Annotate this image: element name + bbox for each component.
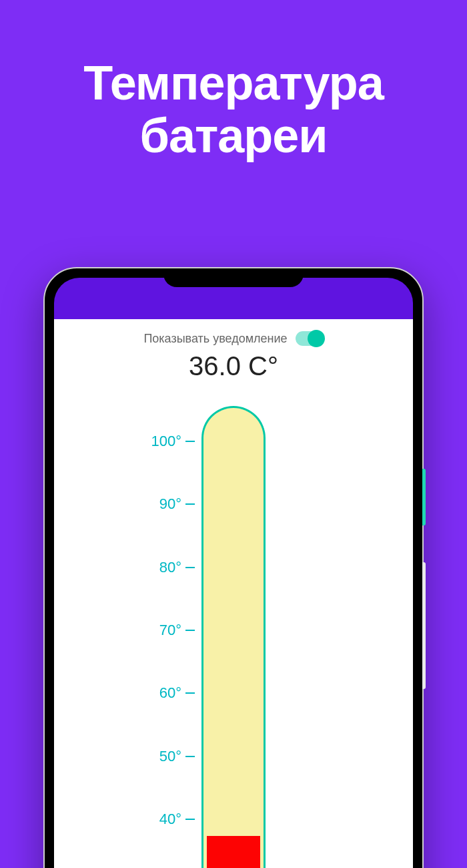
phone-power-button [422,469,426,525]
scale-tick: 40° [148,811,195,828]
phone-frame: Показывать уведомление 36.0 C° 100°90°80… [43,267,424,868]
phone-volume-button [422,562,426,689]
scale-tick-mark [185,692,195,694]
thermometer: 100°90°80°70°60°50°40°30° [54,406,413,868]
headline-line1: Температура [0,57,467,110]
scale-tick: 60° [148,684,195,702]
notification-toggle[interactable] [296,331,324,346]
scale-tick: 70° [148,622,195,639]
scale-tick: 90° [148,495,195,513]
scale-tick-label: 50° [148,748,181,765]
scale-tick: 80° [148,559,195,576]
scale-tick-mark [185,756,195,757]
scale-tick-mark [185,630,195,631]
scale-tick-label: 100° [148,433,181,450]
promo-headline: Температура батареи [0,0,467,162]
scale-tick: 50° [148,748,195,765]
thermometer-tube [201,406,266,868]
notification-toggle-row: Показывать уведомление [54,319,413,350]
headline-line2: батареи [0,110,467,162]
scale-tick-mark [185,503,195,505]
scale-tick-label: 40° [148,811,181,828]
scale-tick: 100° [148,433,195,450]
scale-tick-mark [185,567,195,568]
thermometer-mercury [207,836,260,868]
notification-label: Показывать уведомление [143,332,287,346]
scale-tick-label: 60° [148,684,181,702]
temperature-readout: 36.0 C° [54,351,413,381]
phone-screen: Показывать уведомление 36.0 C° 100°90°80… [54,278,413,868]
scale-tick-label: 80° [148,559,181,576]
scale-tick-mark [185,819,195,820]
scale-tick-label: 70° [148,622,181,639]
scale-tick-mark [185,441,195,442]
toggle-thumb [308,330,325,347]
app-content: Показывать уведомление 36.0 C° 100°90°80… [54,319,413,868]
scale-tick-label: 90° [148,495,181,513]
phone-notch [163,268,304,287]
